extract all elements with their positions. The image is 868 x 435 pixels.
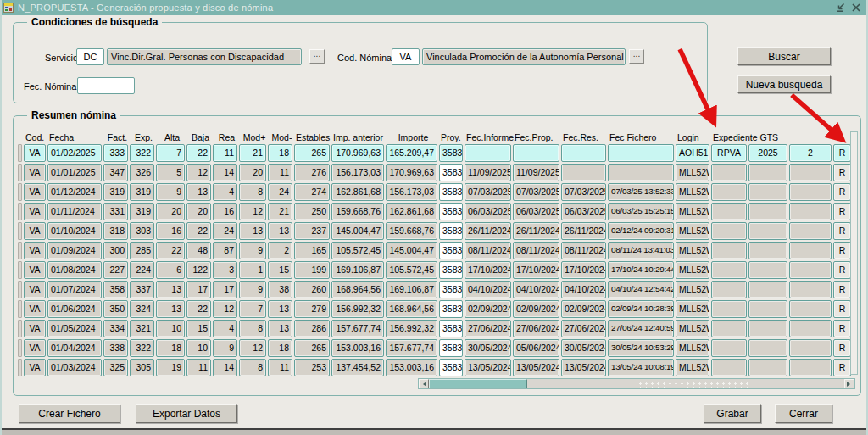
cod-nomina-lov-button[interactable]: ... (629, 49, 644, 64)
cell-imp_anterior[interactable]: 170.969,63 (331, 144, 384, 162)
cell-rea[interactable]: 3 (213, 261, 237, 279)
cell-imp_anterior[interactable]: 156.992,32 (331, 300, 384, 318)
cell-rea[interactable]: 14 (213, 164, 237, 181)
cell-gts3[interactable] (789, 300, 832, 318)
cell-fecha[interactable]: 01/08/2024 (47, 261, 102, 279)
cell-cod[interactable]: VA (24, 144, 46, 162)
cell-fec_fichero[interactable]: 27/06/24 12:40:59 (608, 320, 674, 337)
cell-importe[interactable]: 156.992,32 (386, 320, 437, 337)
cell-gts1[interactable] (711, 203, 747, 220)
record-indicator[interactable] (18, 281, 22, 298)
cell-fec_informe[interactable] (465, 144, 511, 162)
cell-exp[interactable]: 337 (130, 281, 154, 298)
record-indicator[interactable] (18, 144, 22, 162)
cell-baja[interactable]: 22 (186, 300, 211, 318)
cell-login[interactable]: MLL52W (676, 222, 709, 240)
buscar-button[interactable]: Buscar (737, 47, 831, 65)
cell-importe[interactable]: 168.964,56 (386, 300, 437, 318)
cell-gts3[interactable] (789, 203, 832, 220)
cell-fec_res[interactable]: 27/06/2024 (561, 320, 606, 337)
cell-fec_res[interactable] (561, 144, 606, 162)
cell-fecha[interactable]: 01/01/2025 (47, 164, 102, 181)
cell-rea[interactable]: 24 (213, 222, 237, 240)
cell-fec_prop[interactable]: 27/06/2024 (513, 320, 559, 337)
cell-modm[interactable]: 13 (268, 222, 292, 240)
cell-login[interactable]: MLL52W (676, 339, 709, 357)
cell-fec_prop[interactable]: 06/03/2025 (513, 203, 559, 220)
cell-fec_res[interactable]: 30/05/2024 (561, 339, 606, 357)
cell-modp[interactable]: 13 (239, 222, 266, 240)
nueva-busqueda-button[interactable]: Nueva busqueda (737, 75, 831, 93)
cell-importe[interactable]: 157.677,74 (386, 339, 437, 357)
cell-estables[interactable]: 165 (294, 242, 330, 259)
cell-login[interactable]: MLL52W (676, 359, 709, 376)
cell-fec_fichero[interactable] (608, 164, 674, 181)
record-indicator[interactable] (18, 339, 22, 357)
cell-gts3[interactable] (789, 242, 832, 259)
cell-gts2[interactable] (748, 359, 787, 376)
cell-exp[interactable]: 324 (130, 300, 154, 318)
cell-alta[interactable]: 13 (156, 281, 185, 298)
cell-imp_anterior[interactable]: 137.454,52 (331, 359, 384, 376)
cerrar-button[interactable]: Cerrar (775, 404, 832, 423)
cell-proy[interactable]: 3583 (439, 242, 463, 259)
cell-fec_res[interactable]: 17/10/2024 (561, 261, 606, 279)
record-indicator[interactable] (18, 164, 22, 181)
cell-gts1[interactable] (711, 261, 747, 279)
cell-exp[interactable]: 305 (130, 359, 154, 376)
cell-fec_prop[interactable]: 04/10/2024 (513, 281, 559, 298)
cell-cod[interactable]: VA (24, 320, 46, 337)
cell-fec_res[interactable]: 07/03/2025 (561, 183, 606, 201)
cell-cod[interactable]: VA (24, 300, 46, 318)
cell-imp_anterior[interactable]: 168.964,56 (331, 281, 384, 298)
cell-fact[interactable]: 318 (103, 222, 128, 240)
cell-modm[interactable]: 18 (268, 339, 292, 357)
cell-imp_anterior[interactable]: 159.668,76 (331, 203, 384, 220)
cell-proy[interactable]: 3583 (439, 144, 463, 162)
cell-alta[interactable]: 7 (156, 144, 185, 162)
cell-imp_anterior[interactable]: 156.173,03 (331, 164, 384, 181)
cell-proy[interactable]: 3583 (439, 222, 463, 240)
cell-fecha[interactable]: 01/05/2024 (47, 320, 102, 337)
r-button[interactable]: R (833, 359, 851, 376)
cell-baja[interactable]: 48 (186, 242, 211, 259)
cell-estables[interactable]: 274 (294, 183, 330, 201)
cell-gts1[interactable] (711, 164, 747, 181)
r-button[interactable]: R (833, 164, 851, 181)
cell-estables[interactable]: 279 (294, 300, 330, 318)
cell-login[interactable]: MLL52W (676, 320, 709, 337)
cell-fecha[interactable]: 01/03/2024 (47, 359, 102, 376)
cell-estables[interactable]: 276 (294, 164, 330, 181)
cell-modp[interactable]: 21 (239, 144, 266, 162)
cell-alta[interactable]: 22 (156, 242, 185, 259)
cell-gts1[interactable] (711, 359, 747, 376)
cell-fec_fichero[interactable]: 13/05/24 10:08:19 (608, 359, 674, 376)
cell-fec_prop[interactable]: 05/06/2024 (513, 339, 559, 357)
cell-importe[interactable]: 156.173,03 (386, 183, 437, 201)
record-indicator[interactable] (18, 183, 22, 201)
cell-cod[interactable]: VA (24, 183, 46, 201)
crear-fichero-button[interactable]: Crear Fichero (19, 404, 120, 423)
cell-baja[interactable]: 17 (186, 281, 211, 298)
r-button[interactable]: R (833, 203, 851, 220)
record-indicator[interactable] (18, 300, 22, 318)
cell-gts2[interactable] (748, 164, 787, 181)
cell-login[interactable]: MLL52W (676, 242, 709, 259)
cell-gts2[interactable]: 2025 (748, 144, 787, 162)
r-button[interactable]: R (833, 339, 851, 357)
cell-fact[interactable]: 334 (103, 320, 128, 337)
cell-baja[interactable]: 22 (186, 222, 211, 240)
cell-importe[interactable]: 165.209,47 (386, 144, 437, 162)
cell-proy[interactable]: 3583 (439, 203, 463, 220)
cell-imp_anterior[interactable]: 169.106,87 (331, 261, 384, 279)
cell-proy[interactable]: 3583 (439, 300, 463, 318)
cell-estables[interactable]: 199 (294, 261, 330, 279)
cell-rea[interactable]: 4 (213, 183, 237, 201)
cell-fact[interactable]: 333 (103, 144, 128, 162)
cell-fec_fichero[interactable] (608, 144, 674, 162)
cell-estables[interactable]: 250 (294, 203, 330, 220)
cell-modm[interactable]: 13 (268, 300, 292, 318)
cell-modm[interactable]: 13 (268, 320, 292, 337)
cell-exp[interactable]: 319 (130, 183, 154, 201)
exportar-datos-button[interactable]: Exportar Datos (136, 404, 237, 423)
